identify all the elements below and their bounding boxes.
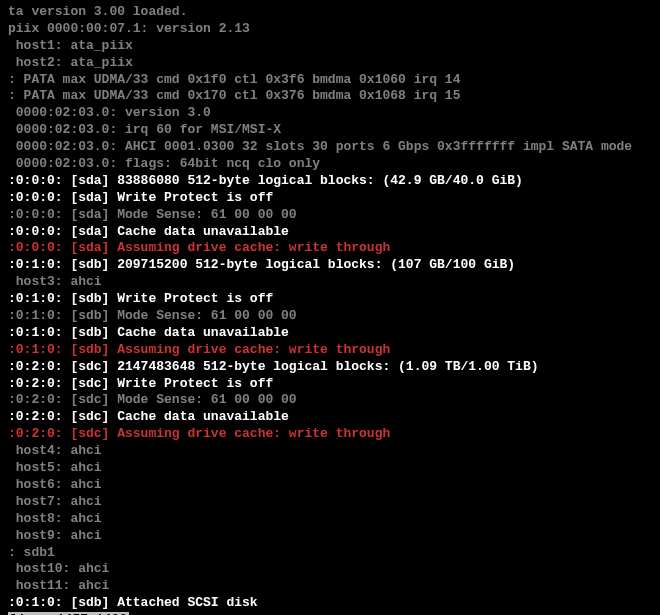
log-line: :0:0:0: [sda] Mode Sense: 61 00 00 00 bbox=[8, 207, 652, 224]
log-line: :0:0:0: [sda] Cache data unavailable bbox=[8, 224, 652, 241]
log-segment: :0:0:0: [sda] Mode Sense: 61 00 00 00 bbox=[8, 207, 297, 222]
log-line: :0:1:0: [sdb] 209715200 512-byte logical… bbox=[8, 257, 652, 274]
log-line: host9: ahci bbox=[8, 528, 652, 545]
log-segment: ta version 3.00 loaded. bbox=[8, 4, 187, 19]
log-segment: host2: ata_piix bbox=[8, 55, 133, 70]
log-segment: :0:1:0: [sdb] Write Protect is off bbox=[8, 291, 273, 306]
log-line: host3: ahci bbox=[8, 274, 652, 291]
log-segment: :0:1:0: [sdb] 209715200 512-byte logical… bbox=[8, 257, 515, 272]
log-segment: host3: ahci bbox=[8, 274, 102, 289]
log-segment: : sdb1 bbox=[8, 545, 55, 560]
log-line: 0000:02:03.0: AHCI 0001.0300 32 slots 30… bbox=[8, 139, 652, 156]
log-segment: piix 0000:00:07.1: version 2.13 bbox=[8, 21, 250, 36]
log-segment: :0:2:0: [sdc] Cache data unavailable bbox=[8, 409, 289, 424]
log-line: :0:1:0: [sdb] Cache data unavailable bbox=[8, 325, 652, 342]
log-line: host6: ahci bbox=[8, 477, 652, 494]
log-line: 0000:02:03.0: version 3.0 bbox=[8, 105, 652, 122]
log-line: :0:1:0: [sdb] Assuming drive cache: writ… bbox=[8, 342, 652, 359]
log-line: : sdb1 bbox=[8, 545, 652, 562]
log-line: :0:2:0: [sdc] Write Protect is off bbox=[8, 376, 652, 393]
log-segment: :0:2:0: [sdc] 2147483648 512-byte logica… bbox=[8, 359, 539, 374]
log-segment: :0:1:0: [sdb] Assuming drive cache: writ… bbox=[8, 342, 390, 357]
log-segment: 0000:02:03.0: flags: 64bit ncq clo only bbox=[8, 156, 320, 171]
log-segment: :0:2:0: [sdc] Write Protect is off bbox=[8, 376, 273, 391]
log-segment: host11: ahci bbox=[8, 578, 109, 593]
log-line: : PATA max UDMA/33 cmd 0x1f0 ctl 0x3f6 b… bbox=[8, 72, 652, 89]
log-line: host10: ahci bbox=[8, 561, 652, 578]
log-segment: 0000:02:03.0: version 3.0 bbox=[8, 105, 211, 120]
log-line: host11: ahci bbox=[8, 578, 652, 595]
log-line: host8: ahci bbox=[8, 511, 652, 528]
log-segment: host9: ahci bbox=[8, 528, 102, 543]
log-segment: :0:0:0: [sda] Cache data unavailable bbox=[8, 224, 289, 239]
log-line: host1: ata_piix bbox=[8, 38, 652, 55]
log-line: :0:0:0: [sda] Assuming drive cache: writ… bbox=[8, 240, 652, 257]
log-line: :0:2:0: [sdc] Mode Sense: 61 00 00 00 bbox=[8, 392, 652, 409]
log-segment: : PATA max UDMA/33 cmd 0x1f0 ctl 0x3f6 b… bbox=[8, 72, 460, 87]
log-line: piix 0000:00:07.1: version 2.13 bbox=[8, 21, 652, 38]
log-line: :0:2:0: [sdc] 2147483648 512-byte logica… bbox=[8, 359, 652, 376]
log-segment: host6: ahci bbox=[8, 477, 102, 492]
log-segment: : PATA max UDMA/33 cmd 0x170 ctl 0x376 b… bbox=[8, 88, 460, 103]
log-line: :0:0:0: [sda] 83886080 512-byte logical … bbox=[8, 173, 652, 190]
log-line: :0:1:0: [sdb] Attached SCSI disk bbox=[8, 595, 652, 612]
log-line: :0:2:0: [sdc] Assuming drive cache: writ… bbox=[8, 426, 652, 443]
log-line: host2: ata_piix bbox=[8, 55, 652, 72]
log-segment: host7: ahci bbox=[8, 494, 102, 509]
log-line: :0:0:0: [sda] Write Protect is off bbox=[8, 190, 652, 207]
log-segment: host1: ata_piix bbox=[8, 38, 133, 53]
log-segment: host4: ahci bbox=[8, 443, 102, 458]
log-line: host5: ahci bbox=[8, 460, 652, 477]
log-segment: :0:1:0: [sdb] Cache data unavailable bbox=[8, 325, 289, 340]
log-line: 0000:02:03.0: flags: 64bit ncq clo only bbox=[8, 156, 652, 173]
log-line: host7: ahci bbox=[8, 494, 652, 511]
log-segment: :0:1:0: [sdb] Attached SCSI disk bbox=[8, 595, 258, 610]
log-segment: :0:0:0: [sda] Assuming drive cache: writ… bbox=[8, 240, 390, 255]
log-line: :0:1:0: [sdb] Mode Sense: 61 00 00 00 bbox=[8, 308, 652, 325]
log-segment: :0:0:0: [sda] Write Protect is off bbox=[8, 190, 273, 205]
log-segment: :0:2:0: [sdc] Mode Sense: 61 00 00 00 bbox=[8, 392, 297, 407]
log-segment: :0:0:0: [sda] 83886080 512-byte logical … bbox=[8, 173, 523, 188]
log-segment: host8: ahci bbox=[8, 511, 102, 526]
log-line: :0:2:0: [sdc] Cache data unavailable bbox=[8, 409, 652, 426]
log-segment: 0000:02:03.0: AHCI 0001.0300 32 slots 30… bbox=[8, 139, 632, 154]
log-line: host4: ahci bbox=[8, 443, 652, 460]
log-segment: :0:2:0: [sdc] Assuming drive cache: writ… bbox=[8, 426, 390, 441]
log-segment: host5: ahci bbox=[8, 460, 102, 475]
log-segment: host10: ahci bbox=[8, 561, 109, 576]
log-line: 0000:02:03.0: irq 60 for MSI/MSI-X bbox=[8, 122, 652, 139]
log-line: : PATA max UDMA/33 cmd 0x170 ctl 0x376 b… bbox=[8, 88, 652, 105]
log-line: :0:1:0: [sdb] Write Protect is off bbox=[8, 291, 652, 308]
log-line: ta version 3.00 loaded. bbox=[8, 4, 652, 21]
terminal-output: ta version 3.00 loaded.piix 0000:00:07.1… bbox=[8, 4, 652, 612]
log-segment: 0000:02:03.0: irq 60 for MSI/MSI-X bbox=[8, 122, 281, 137]
log-segment: :0:1:0: [sdb] Mode Sense: 61 00 00 00 bbox=[8, 308, 297, 323]
